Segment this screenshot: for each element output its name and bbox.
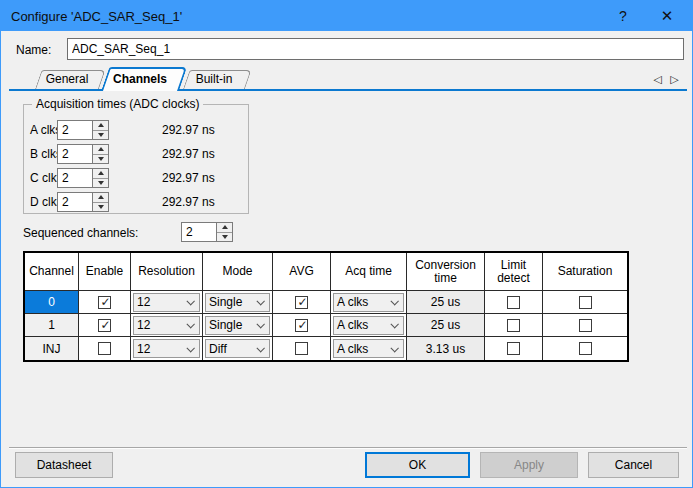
acq-row-a: A clks: 2 292.97 ns	[24, 120, 248, 140]
d-clks-spinner[interactable]: 2	[57, 192, 109, 212]
saturation-checkbox[interactable]	[579, 296, 592, 309]
configure-dialog: Configure 'ADC_SAR_Seq_1' ? ✕ Name: Gene…	[0, 0, 693, 488]
header-enable: Enable	[79, 253, 131, 291]
limit-detect-checkbox[interactable]	[507, 342, 520, 355]
spin-up-button[interactable]	[93, 193, 108, 202]
enable-checkbox[interactable]	[98, 342, 111, 355]
limit-detect-cell	[485, 314, 543, 337]
mode-dropdown[interactable]: Single	[205, 316, 270, 335]
channel-cell[interactable]: 0	[25, 291, 79, 314]
dropdown-value: Single	[209, 295, 242, 309]
arrow-down-icon	[98, 133, 104, 137]
acq-time-dropdown[interactable]: A clks	[333, 316, 404, 335]
acq-row-b: B clks: 2 292.97 ns	[24, 144, 248, 164]
b-clks-time: 292.97 ns	[162, 147, 215, 161]
resolution-dropdown[interactable]: 12	[133, 316, 200, 335]
channel-cell[interactable]: INJ	[25, 337, 79, 360]
help-icon: ?	[619, 8, 627, 24]
help-button[interactable]: ?	[606, 1, 640, 31]
header-channel: Channel	[25, 253, 79, 291]
acq-time-cell: A clks	[331, 337, 407, 360]
chevron-down-icon	[256, 344, 264, 352]
sequenced-channels-label: Sequenced channels:	[23, 226, 138, 240]
a-clks-spinner[interactable]: 2	[57, 120, 109, 140]
ok-button[interactable]: OK	[365, 452, 470, 478]
dropdown-value: 12	[137, 318, 150, 332]
chevron-down-icon	[390, 297, 398, 305]
spin-value[interactable]: 2	[182, 223, 216, 241]
spin-down-button[interactable]	[93, 178, 108, 188]
spin-value[interactable]: 2	[58, 145, 92, 163]
header-mode: Mode	[203, 253, 273, 291]
resolution-cell: 12	[131, 337, 203, 360]
spin-down-button[interactable]	[93, 202, 108, 212]
acq-time-dropdown[interactable]: A clks	[333, 293, 404, 312]
limit-detect-checkbox[interactable]	[507, 296, 520, 309]
tab-scroll-right-icon[interactable]: ▷	[667, 72, 682, 87]
spin-up-button[interactable]	[93, 145, 108, 154]
dropdown-value: 12	[137, 295, 150, 309]
a-clks-time: 292.97 ns	[162, 123, 215, 137]
chevron-down-icon	[186, 320, 194, 328]
spin-value[interactable]: 2	[58, 121, 92, 139]
header-resolution: Resolution	[131, 253, 203, 291]
tab-general[interactable]: General	[35, 70, 99, 89]
limit-detect-checkbox[interactable]	[507, 319, 520, 332]
close-button[interactable]: ✕	[650, 1, 684, 31]
c-clks-spinner[interactable]: 2	[57, 168, 109, 188]
mode-dropdown[interactable]: Single	[205, 293, 270, 312]
limit-detect-cell	[485, 291, 543, 314]
resolution-dropdown[interactable]: 12	[133, 293, 200, 312]
mode-dropdown[interactable]: Diff	[205, 339, 270, 358]
enable-cell	[79, 291, 131, 314]
tab-label: Built-in	[183, 70, 245, 89]
acq-time-dropdown[interactable]: A clks	[333, 339, 404, 358]
tab-label: General	[35, 70, 99, 89]
spin-up-button[interactable]	[93, 169, 108, 178]
channel-cell[interactable]: 1	[25, 314, 79, 337]
saturation-checkbox[interactable]	[579, 342, 592, 355]
avg-checkbox[interactable]	[295, 296, 308, 309]
enable-checkbox[interactable]	[98, 319, 111, 332]
name-label: Name:	[16, 43, 51, 57]
dropdown-value: 12	[137, 342, 150, 356]
spin-down-button[interactable]	[217, 232, 232, 242]
spin-up-button[interactable]	[217, 223, 232, 232]
name-input[interactable]	[67, 38, 684, 60]
tab-scroll-left-icon[interactable]: ◁	[650, 72, 665, 87]
avg-cell	[273, 337, 331, 360]
spin-down-button[interactable]	[93, 154, 108, 164]
spin-down-button[interactable]	[93, 130, 108, 140]
acq-row-c: C clks: 2 292.97 ns	[24, 168, 248, 188]
spin-up-button[interactable]	[93, 121, 108, 130]
avg-checkbox[interactable]	[295, 342, 308, 355]
enable-cell	[79, 314, 131, 337]
resolution-cell: 12	[131, 314, 203, 337]
group-title: Acquisition times (ADC clocks)	[32, 97, 203, 111]
enable-checkbox[interactable]	[98, 296, 111, 309]
arrow-up-icon	[98, 147, 104, 151]
mode-cell: Single	[203, 314, 273, 337]
avg-checkbox[interactable]	[295, 319, 308, 332]
tab-built-in[interactable]: Built-in	[183, 70, 245, 89]
tab-channels[interactable]: Channels	[101, 67, 179, 91]
close-icon: ✕	[661, 7, 674, 25]
spin-buttons	[92, 145, 108, 163]
b-clks-spinner[interactable]: 2	[57, 144, 109, 164]
chevron-down-icon	[186, 344, 194, 352]
datasheet-button[interactable]: Datasheet	[15, 452, 113, 478]
spin-buttons	[216, 223, 232, 241]
arrow-up-icon	[222, 225, 228, 229]
spin-value[interactable]: 2	[58, 169, 92, 187]
acq-row-d: D clks: 2 292.97 ns	[24, 192, 248, 212]
arrow-down-icon	[98, 181, 104, 185]
saturation-checkbox[interactable]	[579, 319, 592, 332]
resolution-dropdown[interactable]: 12	[133, 339, 200, 358]
sequenced-channels-spinner[interactable]: 2	[181, 222, 233, 242]
header-limit-detect: Limit detect	[485, 253, 543, 291]
cancel-button[interactable]: Cancel	[588, 452, 679, 478]
mode-cell: Diff	[203, 337, 273, 360]
saturation-cell	[543, 314, 627, 337]
arrow-up-icon	[98, 195, 104, 199]
spin-value[interactable]: 2	[58, 193, 92, 211]
